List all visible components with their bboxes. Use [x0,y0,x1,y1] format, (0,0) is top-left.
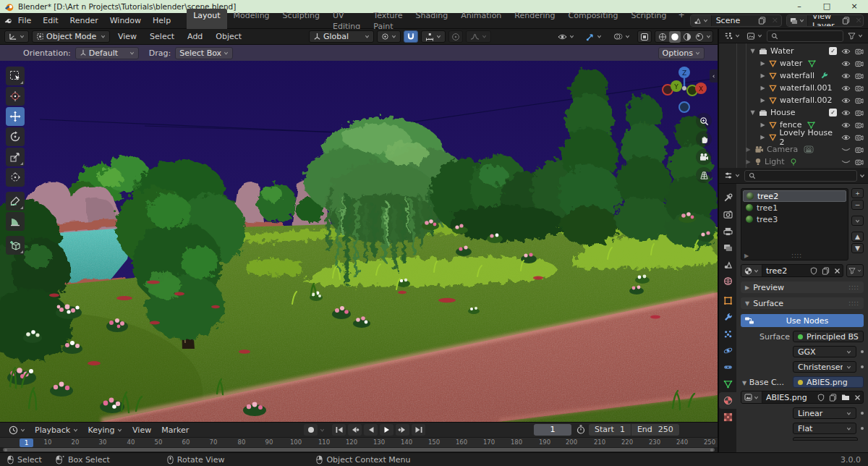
tool-select-box[interactable] [6,67,25,85]
drag-dropdown[interactable]: Select Box [175,47,233,59]
outliner-row-house-collection[interactable]: ▼ House ✓ [719,106,868,119]
menu-file[interactable]: File [12,13,37,28]
properties-search-input[interactable] [744,170,857,182]
viewport-3d[interactable]: Orientation: Default Drag: Select Box Op… [0,45,718,422]
base-color-label[interactable]: ▼ Base C... [741,378,790,387]
resize-grip[interactable]: :::: [791,253,802,259]
tool-rotate[interactable] [6,127,25,146]
fake-user-button[interactable] [808,267,820,275]
play-button[interactable] [380,424,393,436]
disable-render-icon[interactable] [855,85,864,92]
tool-measure[interactable] [6,212,25,231]
disable-render-icon[interactable] [855,97,864,104]
tab-view-layer[interactable] [719,240,736,256]
frame-end-field[interactable]: End250 [631,424,679,436]
disable-render-icon[interactable] [855,146,864,153]
maximize-button[interactable]: □ [813,0,841,13]
disclosure-closed-icon[interactable]: ▶ [745,146,752,153]
zoom-button[interactable] [696,113,712,129]
scene-browse-button[interactable] [691,15,712,26]
timeline-ruler[interactable]: 1 10 20 30 40 50 60 70 80 90 100 110 120… [0,437,718,447]
scene-new-button[interactable] [755,17,769,25]
menu-add[interactable]: Add [182,32,208,41]
new-material-button[interactable] [820,267,832,275]
jump-to-start-button[interactable] [332,424,346,436]
animate-dot[interactable] [861,350,864,353]
tool-annotate[interactable] [6,192,25,211]
material-slot-tree3[interactable]: tree3 [743,213,846,225]
collection-checkbox[interactable]: ✓ [829,109,837,116]
disable-render-icon[interactable] [855,72,864,80]
outliner-row-water[interactable]: ▶ water [719,57,868,69]
next-keyframe-button[interactable] [396,424,409,436]
outliner-row-light[interactable]: ▶ Light [719,156,868,168]
disable-render-icon[interactable] [855,158,864,166]
view-layer-browse-button[interactable] [787,15,808,26]
material-link-dropdown[interactable] [846,264,864,277]
material-slots-list[interactable]: tree2 tree1 tree3 ▶:::: [741,188,848,260]
mode-dropdown[interactable]: Object Mode [32,30,110,43]
transform-orientation-dropdown[interactable]: Global [309,30,374,43]
menu-object[interactable]: Object [210,32,247,41]
blender-menu-logo-icon[interactable] [4,17,12,25]
unlink-image-button[interactable] [852,394,863,401]
use-nodes-button[interactable]: Use Nodes [741,314,864,327]
tab-physics[interactable] [719,342,736,359]
image-fake-user-button[interactable] [815,394,827,402]
surface-panel-header[interactable]: ▼ Surface :::: [741,297,864,309]
close-button[interactable]: × [841,0,868,13]
disclosure-open-icon[interactable]: ▼ [749,109,756,116]
outliner-row-lovely-house-2[interactable]: ▶ Lovely House 2 [719,131,868,143]
view-layer-remove-button[interactable]: ✕ [853,16,864,25]
shading-rendered-button[interactable] [694,31,705,43]
shading-solid-button[interactable] [669,31,681,43]
toggle-xray-button[interactable] [637,30,652,43]
tab-particles[interactable] [719,326,736,342]
outliner-search-input[interactable] [767,30,843,42]
disclosure-closed-icon[interactable]: ▶ [760,122,766,128]
menu-view[interactable]: View [113,32,142,41]
disclosure-closed-icon[interactable]: ▶ [745,158,752,165]
tool-move[interactable] [6,107,25,126]
disable-render-icon[interactable] [855,48,864,55]
proportional-editing-toggle[interactable] [448,30,463,43]
orientation-dropdown[interactable]: Default [75,47,139,59]
hide-eye-icon[interactable] [841,134,851,141]
slot-specials-button[interactable] [851,216,864,226]
overlays-dropdown[interactable] [609,30,634,43]
disclosure-closed-icon[interactable]: ▶ [760,60,766,67]
frame-start-field[interactable]: Start1 [589,424,631,436]
menu-help[interactable]: Help [147,13,176,28]
snap-toggle[interactable] [404,30,418,43]
chevron-down-icon[interactable] [859,173,865,179]
tab-texture[interactable] [719,409,736,425]
material-slot-tree2[interactable]: tree2 [743,190,846,202]
outliner-row-water-collection[interactable]: ▼ Water ✓ [719,45,868,57]
image-name-field[interactable]: ABIES.png [762,393,815,402]
tab-scene[interactable] [719,256,736,273]
tab-constraints[interactable] [719,359,736,376]
hide-eye-icon[interactable] [841,60,851,67]
tool-cursor[interactable] [6,87,25,106]
material-name-field[interactable]: tree2 [762,266,808,276]
pan-button[interactable] [696,131,712,147]
record-button[interactable] [304,424,318,436]
add-slot-button[interactable]: ＋ [851,188,864,198]
hide-eye-icon[interactable] [841,109,851,116]
shading-material-button[interactable] [681,31,693,43]
outliner-row-waterfall-001[interactable]: ▶ waterfall.001 [719,82,868,94]
viewport-scene[interactable] [0,45,718,422]
editor-type-button[interactable] [4,30,29,43]
shading-wireframe-button[interactable] [657,31,668,43]
tab-material[interactable] [719,392,736,409]
base-color-texture-button[interactable]: ABIES.png [793,376,864,388]
hide-eye-icon[interactable] [841,85,851,92]
closed-eye-icon[interactable] [841,158,851,165]
animate-dot[interactable] [861,427,864,430]
menu-window[interactable]: Window [104,13,147,28]
show-gizmo-dropdown[interactable] [582,30,606,43]
image-copy-button[interactable] [827,394,839,402]
menu-marker[interactable]: Marker [156,425,194,435]
outliner-display-mode-button[interactable] [744,30,765,42]
distribution-dropdown[interactable]: GGX [793,346,856,357]
